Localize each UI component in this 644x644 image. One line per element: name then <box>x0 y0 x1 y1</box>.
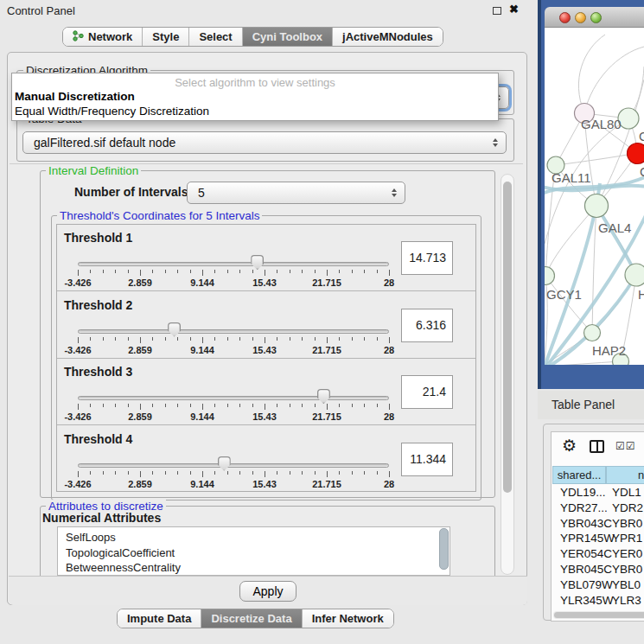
algorithm-option[interactable]: Equal Width/Frequency Discretization <box>15 105 209 118</box>
tick-mark <box>128 270 129 273</box>
mac-minimize-icon[interactable] <box>575 12 586 23</box>
tick-mark <box>277 337 277 341</box>
close-icon[interactable]: ✖ <box>509 3 519 16</box>
threshold-slider-thumb[interactable] <box>218 456 231 471</box>
tick-mark <box>389 337 390 343</box>
table-cell: YPR145W <box>560 532 615 545</box>
tick-mark <box>364 337 365 341</box>
tab-infer-network[interactable]: Infer Network <box>302 609 393 628</box>
network-node[interactable] <box>628 143 644 164</box>
network-edge <box>584 47 644 113</box>
tick-mark <box>214 471 215 475</box>
tick-mark <box>128 337 129 341</box>
tab-discretize-data[interactable]: Discretize Data <box>201 609 301 628</box>
threshold-value-box[interactable]: 6.316 <box>401 309 453 342</box>
table-hscrollbar-thumb[interactable] <box>554 612 644 618</box>
threshold-slider-track[interactable] <box>78 329 389 334</box>
tick-mark <box>302 270 303 273</box>
apply-button[interactable]: Apply <box>239 581 296 602</box>
algorithm-option[interactable]: Manual Discretization <box>15 90 135 103</box>
tick-mark <box>202 404 203 410</box>
threshold-slider-thumb[interactable] <box>251 255 264 270</box>
threshold-label: Threshold 2 <box>64 298 132 312</box>
table-row[interactable]: YDR27...YDR2 <box>552 501 644 517</box>
number-of-intervals-label: Number of Intervals <box>74 185 188 199</box>
gear-icon[interactable]: ⚙ <box>562 436 577 456</box>
tick-mark <box>315 270 316 273</box>
float-window-icon[interactable] <box>493 7 501 15</box>
tick-mark <box>265 270 265 276</box>
tick-label: 9.144 <box>190 277 214 288</box>
tick-mark <box>227 337 228 341</box>
table-row[interactable]: YLR345WYLR3 <box>552 594 644 609</box>
tab-label: Discretize Data <box>211 612 291 625</box>
tick-mark <box>302 337 303 341</box>
settings-scrollbar-track[interactable] <box>501 174 514 575</box>
threshold-value-box[interactable]: 21.4 <box>401 375 453 409</box>
combo-arrows-icon <box>493 138 498 147</box>
attribute-item[interactable]: TopologicalCoefficient <box>58 545 450 561</box>
table-cell: YBR045C <box>560 563 612 576</box>
table-row[interactable]: YBR043CYBR0 <box>552 517 644 532</box>
network-node-label: GAL4 <box>598 220 631 235</box>
tick-mark <box>239 404 240 407</box>
tick-mark <box>103 270 104 273</box>
network-window-titlebar[interactable] <box>545 7 644 28</box>
combo-arrows-icon <box>392 188 397 197</box>
table-row[interactable]: YBL079WYBL0 <box>552 578 644 594</box>
tick-mark <box>377 471 378 475</box>
threshold-slider-track[interactable] <box>78 396 389 400</box>
threshold-slider-track[interactable] <box>78 463 389 468</box>
numerical-attributes-title: Numerical Attributes <box>42 511 161 525</box>
threshold-slider-track[interactable] <box>78 262 389 266</box>
tick-mark <box>377 337 378 341</box>
network-node[interactable] <box>545 267 555 285</box>
checkboxes-icon[interactable]: ☑☑ <box>615 440 636 452</box>
tab-impute-data[interactable]: Impute Data <box>118 609 201 628</box>
table-column-header[interactable]: na <box>606 466 644 484</box>
tick-mark <box>302 471 303 475</box>
tick-mark <box>202 337 203 343</box>
table-row[interactable]: YPR145WYPR1 <box>552 532 644 547</box>
tick-mark <box>202 471 203 477</box>
threshold-slider-thumb[interactable] <box>168 322 181 337</box>
tab-network[interactable]: Network <box>63 28 142 46</box>
attribute-item[interactable]: BetweennessCentrality <box>58 560 450 576</box>
table-row[interactable]: YDL19...YDL1 <box>552 486 644 501</box>
tab-select[interactable]: Select <box>188 28 241 46</box>
table-row[interactable]: YBR045CYBR0 <box>552 563 644 578</box>
tick-label: 21.715 <box>312 345 341 355</box>
tick-mark <box>265 337 265 343</box>
network-node-label: GCY1 <box>546 287 582 302</box>
settings-scrollbar-thumb[interactable] <box>503 182 512 493</box>
network-node[interactable] <box>625 264 644 286</box>
network-canvas[interactable]: GAL80GCGAL11GAL4GCY1HHAP2 <box>545 28 644 365</box>
numerical-attributes-list[interactable]: SelfLoopsTopologicalCoefficientBetweenne… <box>57 526 450 576</box>
attribute-item[interactable]: SelfLoops <box>58 530 450 545</box>
threshold-value-box[interactable]: 11.344 <box>401 443 453 476</box>
threshold-value-box[interactable]: 14.713 <box>401 241 453 275</box>
attributes-list-scrollbar[interactable] <box>439 528 449 570</box>
tick-mark <box>115 270 116 273</box>
tick-mark <box>277 270 277 273</box>
table-data-combobox[interactable]: galFiltered.sif default node <box>22 131 507 154</box>
tab-cyni-toolbox[interactable]: Cyni Toolbox <box>242 28 332 46</box>
panel-title: Control Panel <box>7 4 75 17</box>
table-row[interactable]: YER054CYER0 <box>552 547 644 563</box>
mac-close-icon[interactable] <box>559 12 571 23</box>
table-column-header[interactable]: shared... <box>552 466 606 484</box>
tab-jactivemnodules[interactable]: jActiveMNodules <box>332 28 443 46</box>
columns-icon[interactable] <box>590 440 604 453</box>
network-node-label: G <box>639 129 644 143</box>
number-of-intervals-combobox[interactable]: 5 <box>187 182 405 204</box>
table-cell: YLR345W <box>560 594 614 607</box>
network-node[interactable] <box>584 325 601 341</box>
table-hscrollbar-track[interactable] <box>553 611 644 619</box>
tab-label: Impute Data <box>127 612 191 625</box>
threshold-slider-thumb[interactable] <box>317 389 330 404</box>
network-node[interactable] <box>585 194 609 218</box>
tick-mark <box>352 471 353 475</box>
mac-zoom-icon[interactable] <box>590 12 602 23</box>
tick-mark <box>327 471 328 477</box>
tab-style[interactable]: Style <box>142 28 188 46</box>
